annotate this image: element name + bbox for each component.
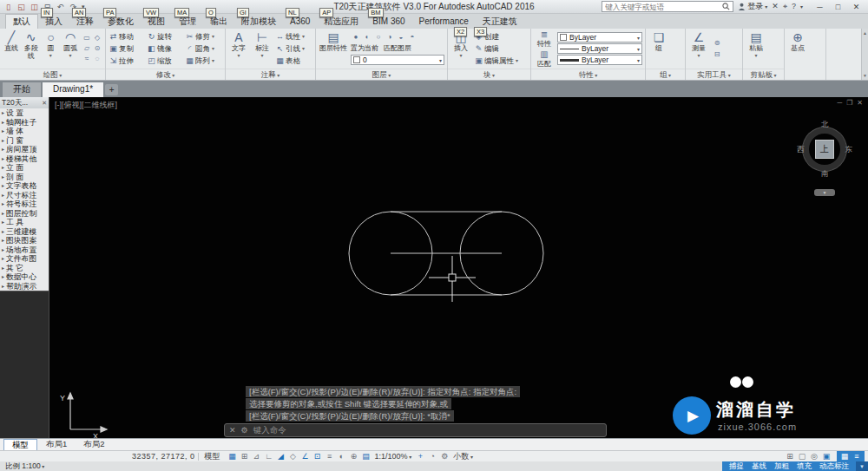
palette-item[interactable]: ▸ 数据中心: [0, 272, 49, 282]
viewcube-east[interactable]: 东: [845, 146, 853, 154]
status-toggle-icon[interactable]: ≡: [324, 451, 336, 461]
t20-toggle[interactable]: 动态标注: [819, 461, 849, 471]
ribbon-tab[interactable]: MA 管理: [172, 15, 203, 29]
status-toggle-icon[interactable]: ▤: [360, 451, 372, 461]
draw-tool-icon[interactable]: ⊙: [92, 43, 102, 54]
ribbon-tab[interactable]: IN 插入: [38, 15, 69, 29]
palette-item[interactable]: ▸ 墙 体: [0, 127, 49, 136]
t20-toggle[interactable]: 填充: [797, 461, 812, 471]
object-color-select[interactable]: ByLayer: [557, 32, 642, 43]
palette-item[interactable]: ▸ 工 具: [0, 218, 49, 227]
panel-label-layers[interactable]: 图层: [316, 69, 447, 80]
layout-tab[interactable]: 布局2: [76, 439, 112, 450]
properties-button[interactable]: ≣ 特性: [534, 29, 555, 49]
palette-header[interactable]: T20天... ✕: [0, 97, 49, 108]
t20-toggle[interactable]: 捕捉: [729, 461, 744, 471]
palette-item[interactable]: ▸ 三维建模: [0, 227, 49, 237]
layout-tab[interactable]: 模型: [3, 439, 37, 450]
viewcube[interactable]: 北 南 西 东 上: [797, 121, 852, 177]
palette-item[interactable]: ▸ 房间屋顶: [0, 145, 49, 154]
new-file-icon[interactable]: ▯: [3, 2, 14, 12]
ribbon-tab[interactable]: AN 注释: [69, 15, 101, 29]
panel-label-annotate[interactable]: 注释: [226, 69, 315, 80]
text-button[interactable]: A 文字: [228, 30, 249, 67]
palette-item[interactable]: ▸ 文字表格: [0, 181, 49, 191]
status-toggle-icon[interactable]: ◇: [287, 451, 299, 461]
palette-item[interactable]: ▸ 文件布图: [0, 254, 49, 264]
ribbon-tab[interactable]: BM BIM 360: [365, 15, 411, 29]
t20-menu-button[interactable]: ▾: [856, 461, 868, 471]
viewcube-top-face[interactable]: 上: [815, 140, 834, 159]
layer-tool-icon[interactable]: ◒: [396, 32, 406, 43]
modify-tool-button[interactable]: ↻ 旋转: [147, 30, 185, 43]
palette-item[interactable]: ▸ 剖 面: [0, 173, 49, 182]
close-button[interactable]: ✕: [847, 1, 865, 13]
palette-item[interactable]: ▸ 轴网柱子: [0, 118, 49, 128]
palette-item[interactable]: ▸ 门 窗: [0, 136, 49, 146]
ribbon-tab[interactable]: VW 视图: [141, 15, 172, 29]
palette-item[interactable]: ▸ 楼梯其他: [0, 154, 49, 164]
layer-tool-icon[interactable]: ◐: [362, 32, 372, 43]
match-properties-button[interactable]: ▥ 匹配: [534, 49, 555, 69]
annotate-tool-button[interactable]: ↖ 引线: [275, 43, 305, 55]
layer-properties-button[interactable]: ▤ 图层特性: [319, 30, 348, 67]
line-button[interactable]: ╱ 直线: [3, 30, 20, 67]
file-tab-drawing1[interactable]: Drawing1*: [43, 82, 103, 97]
status-toggle-icon[interactable]: ∟: [263, 451, 275, 461]
layout-tab[interactable]: 布局1: [38, 439, 75, 450]
layer-tool-icon[interactable]: ○: [373, 32, 384, 43]
status-toggle-icon[interactable]: ∠: [299, 451, 312, 461]
draw-tool-icon[interactable]: ◌: [92, 54, 102, 64]
file-tab-start[interactable]: 开始: [3, 82, 41, 97]
search-input[interactable]: [605, 2, 720, 11]
ribbon-tab[interactable]: PA 参数化: [101, 15, 141, 29]
linetype-select[interactable]: ByLayer: [557, 43, 642, 54]
quick-select-icon[interactable]: ⊚: [712, 38, 722, 49]
quick-calc-icon[interactable]: ⊟: [712, 49, 722, 60]
modify-tool-button[interactable]: ✂ 修剪: [185, 30, 223, 43]
status-toggle-icon[interactable]: ◐: [336, 451, 348, 461]
palette-item[interactable]: ▸ 立 面: [0, 163, 49, 173]
edit-attribute-button[interactable]: ▣ 编辑属性: [474, 56, 518, 67]
ribbon-scrollbar[interactable]: ▲ ▼: [861, 29, 868, 80]
palette-item[interactable]: ▸ 图层控制: [0, 209, 49, 219]
measure-button[interactable]: ∠ 测量: [688, 30, 709, 67]
status-toggle-icon[interactable]: ⊕: [348, 451, 360, 461]
modify-tool-button[interactable]: ◧ 镜像: [147, 43, 185, 55]
status-toggle-icon[interactable]: +: [414, 451, 426, 461]
undo-icon[interactable]: ↶: [55, 2, 66, 12]
command-close-icon[interactable]: ✕: [229, 424, 236, 436]
new-drawing-tab-button[interactable]: +: [105, 84, 118, 95]
model-space-button[interactable]: 模型: [201, 451, 224, 462]
units-button[interactable]: 小数: [453, 451, 473, 462]
exchange-apps-icon[interactable]: ✕: [772, 1, 779, 12]
make-current-button[interactable]: 置为当前: [351, 43, 378, 54]
modify-tool-button[interactable]: ▣ 复制: [108, 43, 147, 55]
dimension-button[interactable]: ⊢ 标注: [252, 30, 273, 67]
status-toggle-icon[interactable]: ▦: [227, 451, 239, 461]
annotate-tool-button[interactable]: ▦ 表格: [275, 56, 305, 67]
ribbon-tab[interactable]: GI 附加模块: [234, 15, 283, 29]
panel-label-clipboard[interactable]: 剪贴板: [743, 69, 784, 80]
ribbon-tab[interactable]: NL A360: [283, 15, 317, 29]
t20-toggle[interactable]: 基线: [752, 461, 766, 471]
status-toggle-icon[interactable]: ◎: [808, 451, 820, 461]
palette-item[interactable]: ▸ 其 它: [0, 264, 49, 273]
command-line[interactable]: ✕ ⚙ 键入命令: [224, 423, 607, 437]
circle-button[interactable]: ○ 圆: [43, 30, 60, 67]
t20-toggle[interactable]: 加粗: [774, 461, 789, 471]
status-toggle-icon[interactable]: ◢: [275, 451, 287, 461]
match-layer-button[interactable]: 匹配图层: [384, 43, 411, 54]
status-toggle-icon[interactable]: ⊞: [784, 451, 796, 461]
layer-tool-icon[interactable]: ●: [351, 32, 361, 43]
viewcube-north[interactable]: 北: [821, 121, 829, 128]
status-toggle-icon[interactable]: ⊿: [251, 451, 263, 461]
palette-item[interactable]: ▸ 图块图案: [0, 236, 49, 245]
panel-label-properties[interactable]: 特性: [531, 69, 645, 80]
command-customize-icon[interactable]: ⚙: [241, 424, 248, 436]
draw-tool-icon[interactable]: ▭: [82, 33, 92, 43]
palette-item[interactable]: ▸ 设 置: [0, 108, 49, 118]
modify-tool-button[interactable]: ◜ 圆角: [185, 43, 223, 55]
modify-tool-button[interactable]: ⇲ 拉伸: [108, 55, 147, 67]
drawing-scale-button[interactable]: 比例 1:100: [5, 461, 44, 471]
